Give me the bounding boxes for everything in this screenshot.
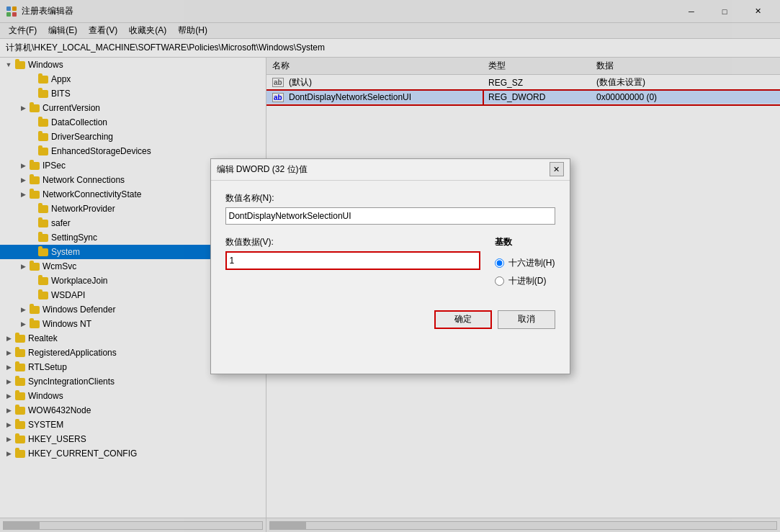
dialog-overlay: 编辑 DWORD (32 位)值 ✕ 数值名称(N): 数值数据(V): 基数 …: [0, 0, 780, 532]
basis-label: 基数: [495, 236, 555, 248]
name-input[interactable]: [225, 207, 555, 225]
data-row: 数值数据(V): 基数 十六进制(H) 十进制(D): [225, 236, 555, 287]
radio-hex-label: 十六进制(H): [508, 257, 555, 269]
radio-dec-label: 十进制(D): [508, 275, 547, 287]
radio-hex[interactable]: 十六进制(H): [495, 257, 555, 269]
dialog-title: 编辑 DWORD (32 位)值: [217, 163, 550, 176]
dialog-body: 数值名称(N): 数值数据(V): 基数 十六进制(H) 十进制(D): [211, 181, 570, 341]
name-label: 数值名称(N):: [225, 192, 555, 204]
basis-group: 基数 十六进制(H) 十进制(D): [495, 236, 555, 287]
dialog-close-button[interactable]: ✕: [550, 162, 564, 176]
cancel-button[interactable]: 取消: [498, 310, 555, 329]
radio-dec[interactable]: 十进制(D): [495, 275, 555, 287]
ok-button[interactable]: 确定: [434, 310, 492, 329]
dialog-title-bar: 编辑 DWORD (32 位)值 ✕: [211, 159, 570, 181]
dialog-buttons: 确定 取消: [225, 302, 555, 329]
data-label: 数值数据(V):: [225, 236, 480, 248]
edit-dword-dialog: 编辑 DWORD (32 位)值 ✕ 数值名称(N): 数值数据(V): 基数 …: [210, 158, 570, 374]
value-input-wrap: 数值数据(V):: [225, 236, 480, 270]
radio-hex-input[interactable]: [495, 258, 504, 268]
radio-dec-input[interactable]: [495, 276, 504, 286]
value-data-input[interactable]: [225, 251, 480, 270]
